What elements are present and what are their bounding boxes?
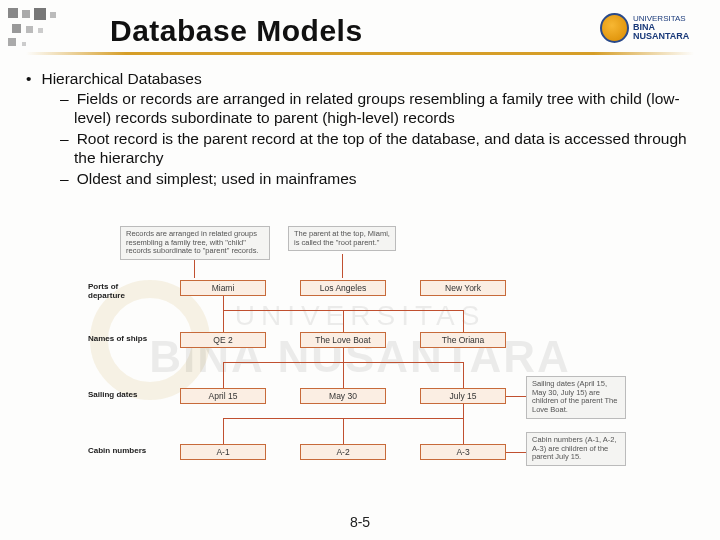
content-area: Hierarchical Databases Fields or records… [26,70,694,191]
node-jul15: July 15 [420,388,506,404]
tree-line [343,362,344,388]
university-logo: UNIVERSITAS BINA NUSANTARA [600,8,710,48]
callout-cabins: Cabin numbers (A-1, A-2, A-3) are childr… [526,432,626,466]
node-oriana: The Oriana [420,332,506,348]
tree-line [223,310,224,332]
node-a2: A-2 [300,444,386,460]
tree-line [463,310,464,332]
node-la: Los Angeles [300,280,386,296]
callout-root: The parent at the top, Miami, is called … [288,226,396,251]
tree-line [463,404,464,418]
tree-line [343,348,344,362]
logo-name: BINA NUSANTARA [633,23,710,41]
bullet-main: Hierarchical Databases [26,70,694,88]
label-ports: Ports of departure [88,282,148,300]
tree-line [343,310,344,332]
tree-line [343,418,344,444]
logo-text: UNIVERSITAS BINA NUSANTARA [633,15,710,41]
arrow-line [342,254,343,278]
logo-icon [600,13,629,43]
arrow-line [194,260,195,278]
node-love: The Love Boat [300,332,386,348]
slide-title: Database Models [110,14,363,48]
node-a1: A-1 [180,444,266,460]
node-a3: A-3 [420,444,506,460]
node-may30: May 30 [300,388,386,404]
tree-line [223,296,224,310]
label-cabins: Cabin numbers [88,446,168,455]
node-apr15: April 15 [180,388,266,404]
bullet-sub-3: Oldest and simplest; used in mainframes [60,170,694,189]
label-ships: Names of ships [88,334,158,343]
callout-records: Records are arranged in related groups r… [120,226,270,260]
tree-line [463,362,464,388]
node-ny: New York [420,280,506,296]
slide-number: 8-5 [0,514,720,530]
bullet-sub-1: Fields or records are arranged in relate… [60,90,694,128]
title-underline [26,52,694,55]
arrow-line [506,396,526,397]
node-miami: Miami [180,280,266,296]
tree-line [223,362,224,388]
bullet-sub-2: Root record is the parent record at the … [60,130,694,168]
tree-line [223,418,224,444]
callout-dates: Sailing dates (April 15, May 30, July 15… [526,376,626,419]
node-qe2: QE 2 [180,332,266,348]
tree-line [463,418,464,444]
hierarchy-diagram: Records are arranged in related groups r… [88,226,632,482]
label-dates: Sailing dates [88,390,158,399]
arrow-line [506,452,526,453]
